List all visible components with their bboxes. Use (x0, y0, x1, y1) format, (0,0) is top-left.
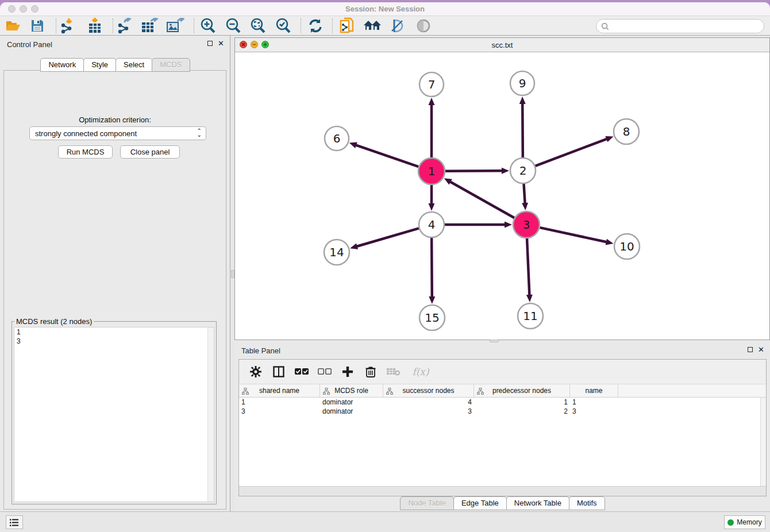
table-settings-icon[interactable] (248, 364, 263, 379)
list-icon (10, 519, 19, 526)
apply-layout-icon[interactable] (306, 17, 325, 34)
node-label: 15 (425, 311, 439, 325)
graph-edge-2-8[interactable] (536, 138, 608, 166)
node-label: 10 (619, 240, 634, 253)
graph-edge-3-10[interactable] (540, 228, 607, 242)
criterion-dropdown[interactable]: strongly connected component ⌃⌄ (29, 126, 206, 140)
graph-edge-3-1[interactable] (449, 182, 514, 218)
import-network-icon[interactable] (59, 17, 78, 34)
graph-edge-1-2[interactable] (445, 171, 503, 171)
close-panel-button[interactable]: Close panel (120, 145, 180, 159)
mcds-tab-content: Optimization criterion: strongly connect… (3, 70, 226, 510)
toolbar-separator (301, 18, 301, 33)
zoom-out-icon[interactable] (224, 17, 243, 34)
node-label: 1 (428, 164, 436, 178)
export-image-icon[interactable] (165, 17, 185, 34)
clone-network-icon[interactable] (337, 17, 357, 34)
table-cell[interactable]: 2 (474, 407, 570, 416)
graph-edge-4-14[interactable] (356, 228, 419, 246)
graph-edge-2-3[interactable] (523, 184, 525, 204)
control-panel-title: Control Panel (7, 40, 52, 49)
select-all-icon[interactable] (294, 364, 309, 379)
zoom-selected-icon[interactable] (274, 17, 293, 34)
toolbar-separator (332, 18, 333, 33)
deselect-all-icon[interactable] (317, 364, 332, 379)
float-panel-icon[interactable] (207, 41, 213, 46)
zoom-fit-icon[interactable] (248, 17, 268, 34)
task-history-button[interactable] (6, 515, 23, 529)
table-panel-tabs: Node TableEdge TableNetwork TableMotifs (234, 496, 770, 510)
tab-style[interactable]: Style (83, 58, 116, 72)
tab-select[interactable]: Select (116, 58, 152, 72)
search-input[interactable] (609, 22, 764, 30)
toolbar-separator (56, 18, 56, 33)
table-body: 1dominator4113dominator323 (239, 398, 766, 486)
run-mcds-button[interactable]: Run MCDS (58, 145, 113, 159)
edge-arrowhead (429, 203, 435, 211)
table-cell[interactable]: dominator (320, 398, 383, 407)
delete-icon[interactable] (363, 364, 378, 379)
table-cell[interactable]: 4 (383, 398, 474, 407)
edge-arrowhead (519, 97, 526, 104)
memory-button[interactable]: Memory (724, 515, 765, 529)
edge-arrowhead (429, 296, 435, 304)
delete-column-icon (386, 364, 401, 379)
graph-edge-4-15[interactable] (432, 238, 432, 298)
table-tab-network-table[interactable]: Network Table (506, 496, 569, 510)
fx-label: f(x) (412, 366, 429, 377)
open-session-icon[interactable] (3, 17, 23, 34)
add-icon[interactable] (340, 364, 355, 379)
graph-edge-1-6[interactable] (355, 145, 418, 167)
column-visibility-icon[interactable] (271, 364, 286, 379)
tab-mcds[interactable]: MCDS (152, 58, 190, 72)
table-row[interactable]: 3dominator323 (239, 407, 766, 416)
result-scrollbar[interactable] (207, 327, 214, 502)
export-table-icon[interactable] (140, 17, 160, 34)
close-panel-icon[interactable]: ✕ (218, 41, 224, 46)
save-session-icon[interactable] (28, 17, 47, 34)
graph-edge-2-9[interactable] (522, 103, 523, 157)
close-table-panel-icon[interactable]: ✕ (758, 347, 764, 352)
table-cell[interactable]: 1 (570, 398, 618, 407)
float-table-panel-icon[interactable] (748, 347, 753, 352)
network-graph[interactable]: 7968124314101511 (235, 52, 769, 340)
table-row[interactable]: 1dominator411 (239, 398, 766, 407)
export-network-icon[interactable] (116, 17, 135, 34)
graphics-details-icon[interactable] (388, 17, 407, 34)
control-panel-tabs: NetworkStyleSelectMCDS (0, 58, 230, 72)
column-header-shared-name[interactable]: shared name (239, 384, 320, 397)
mcds-result-box: MCDS result (2 nodes) 13 (11, 317, 217, 504)
edge-arrowhead (349, 142, 357, 148)
graph-edge-3-11[interactable] (527, 238, 529, 296)
edge-arrowhead (350, 243, 358, 249)
import-table-icon[interactable] (85, 17, 105, 34)
network-canvas[interactable]: 7968124314101511 (235, 52, 769, 340)
mcds-result-legend: MCDS result (2 nodes) (14, 317, 94, 326)
nested-networks-icon[interactable] (363, 17, 382, 34)
table-cell[interactable]: 1 (239, 398, 320, 407)
tab-network[interactable]: Network (40, 58, 84, 72)
table-cell[interactable]: 3 (570, 407, 618, 416)
panel-splitter[interactable] (230, 36, 234, 511)
table-vertical-scrollbar[interactable] (760, 398, 766, 486)
column-header-name[interactable]: name (570, 384, 618, 397)
column-header-MCDS-role[interactable]: MCDS role (320, 384, 383, 397)
table-tab-node-table[interactable]: Node Table (400, 496, 454, 510)
title-bar: Session: New Session (0, 2, 770, 16)
table-cell[interactable]: 1 (474, 398, 570, 407)
table-tab-edge-table[interactable]: Edge Table (453, 496, 507, 510)
network-window-titlebar[interactable]: scc.txt (235, 38, 769, 52)
mcds-result-list[interactable]: 13 (14, 327, 214, 502)
table-cell[interactable]: 3 (239, 407, 320, 416)
table-tab-motifs[interactable]: Motifs (569, 496, 605, 510)
overview-icon[interactable] (414, 17, 433, 34)
table-cell[interactable]: dominator (320, 407, 383, 416)
search-box[interactable] (596, 19, 764, 33)
column-header-successor-nodes[interactable]: successor nodes (383, 384, 474, 397)
zoom-in-icon[interactable] (198, 17, 218, 34)
toolbar-separator (194, 18, 194, 33)
horizontal-splitter-handle[interactable] (490, 340, 499, 342)
table-cell[interactable]: 3 (383, 407, 474, 416)
table-horizontal-scrollbar[interactable] (239, 486, 766, 496)
column-header-predecessor-nodes[interactable]: predecessor nodes (474, 384, 570, 397)
